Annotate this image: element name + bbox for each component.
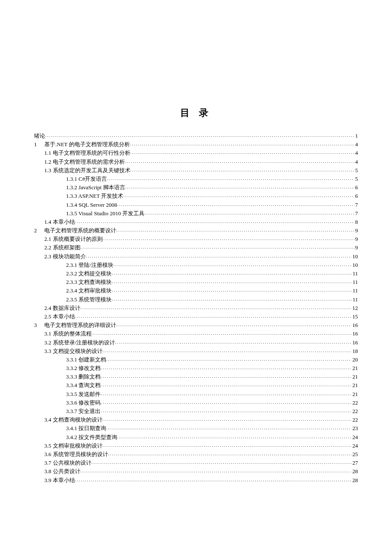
toc-page-number: 16 (352, 330, 358, 338)
toc-entry: 1.2 电子文档管理系统的需求分析4 (34, 158, 358, 166)
toc-entry: 3.3.6 修改密码22 (34, 399, 358, 407)
toc-entry: 3.5 文档审批模块的设计24 (34, 442, 358, 450)
toc-leader-dots (103, 347, 352, 353)
toc-page-number: 28 (352, 477, 358, 484)
toc-page-number: 4 (355, 158, 358, 166)
toc-page-number: 20 (352, 356, 358, 364)
toc-chapter-number: 3 (34, 321, 44, 329)
toc-entry: 2.3.3 文档查询模块11 (34, 278, 358, 286)
toc-leader-dots (130, 167, 355, 172)
toc-entry: 1.3.3 ASP.NET 开发技术6 (34, 192, 358, 200)
toc-leader-dots (116, 227, 355, 232)
toc-page-number: 11 (352, 296, 358, 304)
toc-entry: 2.3.2 文档提交模块11 (34, 270, 358, 278)
toc-entry-label: 2电子文档管理系统的概要设计 (34, 227, 116, 234)
toc-leader-dots (75, 477, 352, 482)
toc-page-number: 21 (352, 364, 358, 372)
toc-entry-label: 3.4 文档查询模块的设计 (44, 416, 103, 424)
toc-entry-label: 2.3.4 文档审批模块 (66, 287, 112, 295)
toc-entry: 2.2 系统框架图9 (34, 244, 358, 251)
toc-page-number: 25 (352, 451, 358, 458)
toc-entry: 1.3.1 C#开发语言5 (34, 175, 358, 183)
toc-entry: 3.3.1 创建新文档20 (34, 356, 358, 364)
toc-page-number: 8 (355, 218, 358, 226)
toc-page-number: 10 (352, 253, 358, 260)
toc-entry: 1.3.5 Visual Studio 2010 开发工具7 (34, 210, 358, 217)
toc-page-number: 10 (352, 261, 358, 269)
toc-leader-dots (130, 149, 355, 155)
toc-entry: 3.3.4 查询文档21 (34, 382, 358, 389)
toc-page-number: 28 (352, 468, 358, 475)
toc-entry-label: 3.3.6 修改密码 (66, 399, 101, 407)
toc-leader-dots (45, 132, 355, 138)
toc-page-number: 9 (355, 244, 358, 251)
toc-entry-label: 1基于.NET 的电子文档管理系统分析 (34, 141, 130, 148)
toc-entry-label: 2.3.3 文档查询模块 (66, 278, 112, 286)
toc-entry-label: 3.7 公共模块的设计 (44, 459, 92, 467)
toc-entry-label: 2.4 数据库设计 (44, 304, 81, 312)
toc-entry: 1基于.NET 的电子文档管理系统分析4 (34, 141, 358, 148)
toc-entry: 3.3 文档提交模块的设计18 (34, 347, 358, 355)
toc-entry: 1.4 本章小结8 (34, 218, 358, 226)
toc-page-number: 7 (355, 201, 358, 209)
toc-page-number: 4 (355, 141, 358, 148)
toc-entry-label: 1.3.5 Visual Studio 2010 开发工具 (66, 210, 144, 217)
toc-entry: 2.3.1 登陆/注册模块10 (34, 261, 358, 269)
toc-entry-label: 2.2 系统框架图 (44, 244, 81, 251)
toc-entry: 3.7 公共模块的设计27 (34, 459, 358, 467)
toc-entry-label: 3.2 系统登录/注册模块的设计 (44, 339, 115, 347)
toc-entry-label: 3.8 公共类设计 (44, 468, 81, 475)
toc-entry-label: 2.5 本章小结 (44, 313, 75, 321)
toc-entry: 2.4 数据库设计12 (34, 304, 358, 312)
toc-leader-dots (81, 468, 352, 473)
toc-page-number: 18 (352, 347, 358, 355)
toc-entry-label: 2.3.2 文档提交模块 (66, 270, 112, 278)
toc-page-number: 7 (355, 210, 358, 217)
toc-page-number: 11 (352, 278, 358, 286)
table-of-contents: 绪论11基于.NET 的电子文档管理系统分析41.1 电子文档管理系统的可行性分… (34, 132, 358, 484)
toc-leader-dots (125, 158, 355, 164)
toc-chapter-number: 1 (34, 141, 44, 148)
toc-leader-dots (112, 270, 352, 275)
toc-page-number: 12 (352, 304, 358, 312)
toc-entry: 3.4.2 按文件类型查询24 (34, 434, 358, 441)
toc-entry-label: 3.3 文档提交模块的设计 (44, 347, 103, 355)
toc-leader-dots (117, 434, 352, 439)
toc-leader-dots (103, 235, 355, 241)
toc-entry: 3.3.2 修改文档21 (34, 364, 358, 372)
toc-leader-dots (112, 287, 352, 292)
toc-entry-label: 2.3 模块功能简介 (44, 253, 86, 260)
toc-page-number: 9 (355, 227, 358, 234)
toc-entry: 1.3.4 SQL Server 20087 (34, 201, 358, 209)
toc-entry: 3电子文档管理系统的详细设计16 (34, 321, 358, 329)
toc-entry-label: 2.1 系统概要设计的原则 (44, 235, 103, 243)
toc-entry-label: 3.9 本章小结 (44, 477, 75, 484)
toc-page-number: 11 (352, 287, 358, 295)
toc-page-number: 24 (352, 442, 358, 450)
toc-entry: 绪论1 (34, 132, 358, 140)
toc-entry-label: 3.3.2 修改文档 (66, 364, 101, 372)
toc-title: 目 录 (34, 107, 358, 119)
toc-entry-label: 3.4.1 按日期查询 (66, 425, 106, 432)
toc-entry-label: 3.3.7 安全退出 (66, 408, 101, 415)
toc-entry-label: 绪论 (34, 132, 45, 140)
toc-page-number: 24 (352, 434, 358, 441)
toc-leader-dots (103, 416, 352, 422)
toc-entry: 2电子文档管理系统的概要设计9 (34, 227, 358, 234)
toc-page-number: 11 (352, 270, 358, 278)
toc-leader-dots (101, 373, 352, 379)
toc-entry-label: 3电子文档管理系统的详细设计 (34, 321, 116, 329)
toc-leader-dots (130, 141, 355, 146)
toc-page-number: 15 (352, 313, 358, 321)
toc-page-number: 4 (355, 149, 358, 157)
toc-leader-dots (112, 296, 352, 301)
toc-page-number: 27 (352, 459, 358, 467)
toc-leader-dots (106, 356, 352, 361)
toc-leader-dots (86, 253, 352, 258)
toc-entry: 3.2 系统登录/注册模块的设计16 (34, 339, 358, 347)
toc-entry-label: 1.3.2 JavaScript 脚本语言 (66, 184, 125, 191)
toc-leader-dots (75, 218, 355, 224)
toc-leader-dots (144, 210, 355, 215)
toc-entry-label: 3.3.4 查询文档 (66, 382, 101, 389)
toc-leader-dots (81, 244, 355, 249)
